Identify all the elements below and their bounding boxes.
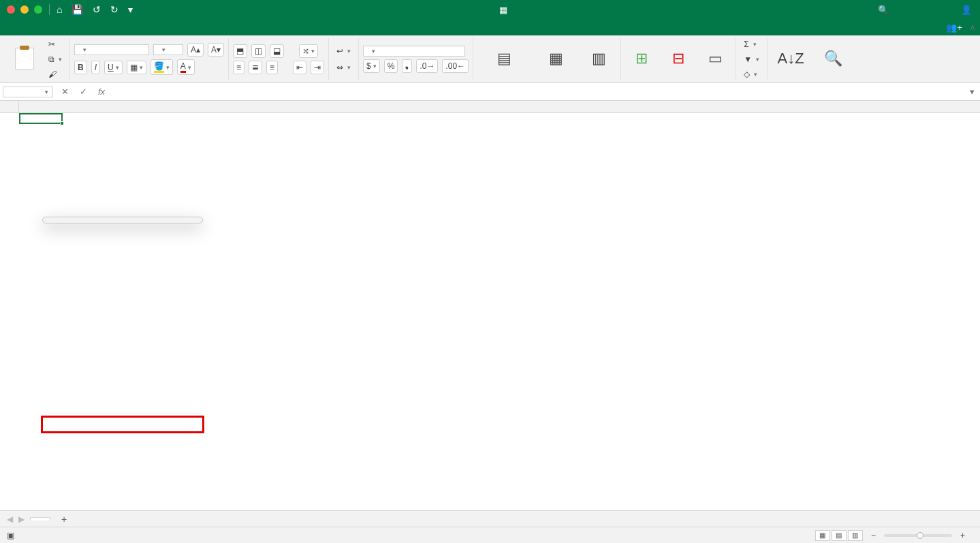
red-highlight-annotation	[41, 416, 204, 433]
insert-icon: ⊞	[635, 50, 648, 67]
align-top-button[interactable]: ⬒	[233, 44, 247, 58]
font-color-button[interactable]: A▾	[177, 59, 195, 75]
zoom-out-button[interactable]: −	[871, 531, 876, 540]
number-group: ▾ $▾ % ❟ .0→ .00←	[359, 38, 473, 80]
wrap-merge-group: ↩▾ ⇔▾	[329, 38, 359, 80]
sheet-tab[interactable]	[30, 517, 50, 521]
decrease-font-button[interactable]: A▾	[208, 43, 224, 57]
paste-icon	[15, 48, 34, 69]
page-break-view-button[interactable]: ▥	[848, 530, 863, 541]
decrease-indent-button[interactable]: ⇤	[293, 61, 306, 74]
comma-button[interactable]: ❟	[402, 59, 412, 73]
close-window-icon[interactable]	[7, 5, 15, 14]
fill-handle[interactable]	[60, 121, 64, 125]
share-button[interactable]: 👥+ ᐱ	[941, 22, 980, 35]
align-left-button[interactable]: ≡	[233, 61, 244, 74]
home-icon[interactable]: ⌂	[57, 4, 62, 15]
styles-group: ▤ ▦ ▥	[473, 38, 621, 80]
cell-styles-button[interactable]: ▥	[581, 48, 616, 70]
titlebar: ⌂ 💾 ↺ ↻ ▾ ▦ 🔍 👤	[0, 0, 980, 19]
namebox-dropdown-icon[interactable]: ▾	[45, 89, 48, 95]
underline-button[interactable]: U▾	[104, 61, 123, 74]
zoom-in-button[interactable]: +	[960, 531, 965, 540]
zoom-thumb[interactable]	[917, 532, 923, 539]
fx-icon[interactable]: fx	[93, 87, 110, 97]
delete-icon: ⊟	[672, 50, 684, 67]
conditional-formatting-button[interactable]: ▤	[477, 48, 531, 70]
undo-icon[interactable]: ↺	[93, 4, 101, 15]
cancel-formula-icon[interactable]: ✕	[56, 87, 74, 97]
editing-group: Σ▾ ▼▾ ◇▾	[736, 38, 768, 80]
orientation-button[interactable]: ⤭▾	[299, 44, 318, 58]
currency-button[interactable]: $▾	[363, 59, 380, 73]
copy-button[interactable]: ⧉▾	[45, 52, 65, 66]
column-headers	[0, 101, 980, 113]
accept-formula-icon[interactable]: ✓	[74, 87, 93, 97]
worksheet-grid[interactable]	[0, 101, 980, 510]
maximize-window-icon[interactable]	[34, 5, 42, 14]
borders-button[interactable]: ▦▾	[127, 61, 146, 74]
sheet-nav-prev-icon[interactable]: ◀	[7, 514, 13, 524]
zoom-slider[interactable]	[884, 534, 952, 537]
page-layout-view-button[interactable]: ▤	[832, 530, 847, 541]
clear-button[interactable]: ◇▾	[740, 67, 763, 81]
macro-record-icon[interactable]: ▣	[7, 531, 14, 540]
merge-center-button[interactable]: ⇔▾	[333, 61, 354, 74]
normal-view-button[interactable]: ▦	[815, 530, 830, 541]
save-icon[interactable]: 💾	[72, 4, 83, 15]
number-format-select[interactable]: ▾	[363, 46, 465, 57]
fill-color-button[interactable]: 🪣▾	[151, 59, 173, 75]
qat: ⌂ 💾 ↺ ↻ ▾	[57, 4, 133, 15]
delete-cells-button[interactable]: ⊟	[662, 48, 695, 70]
italic-button[interactable]: I	[91, 61, 100, 74]
find-select-button[interactable]: 🔍	[814, 48, 852, 70]
cut-button[interactable]: ✂	[45, 37, 65, 51]
bold-button[interactable]: B	[74, 61, 87, 74]
formula-input[interactable]	[110, 85, 964, 98]
alignment-group: ⬒ ◫ ⬓ ⤭▾ ≡ ≣ ≡ ⇤ ⇥	[229, 38, 329, 80]
increase-decimal-button[interactable]: .0→	[416, 59, 438, 73]
merge-icon: ⇔	[336, 63, 343, 72]
paste-button[interactable]	[8, 46, 41, 72]
format-as-table-button[interactable]: ▦	[535, 48, 577, 70]
sheet-nav-next-icon[interactable]: ▶	[18, 514, 25, 524]
search-sheet[interactable]: 🔍	[878, 5, 954, 15]
align-bottom-button[interactable]: ⬓	[270, 44, 284, 58]
font-name-select[interactable]: ▾	[74, 44, 149, 55]
sort-filter-button[interactable]: A↓Z	[772, 48, 810, 70]
selected-cell[interactable]	[19, 113, 63, 124]
minimize-window-icon[interactable]	[20, 5, 29, 14]
wrap-text-button[interactable]: ↩▾	[333, 44, 354, 58]
autosum-button[interactable]: Σ▾	[740, 37, 763, 51]
add-sheet-button[interactable]: +	[56, 514, 72, 525]
select-all-corner[interactable]	[0, 101, 19, 112]
align-middle-button[interactable]: ◫	[251, 44, 266, 58]
name-box[interactable]: ▾	[3, 87, 53, 97]
redo-icon[interactable]: ↻	[110, 4, 118, 15]
qat-customize-icon[interactable]: ▾	[128, 4, 133, 15]
find-icon: 🔍	[824, 50, 842, 67]
ribbon: ✂ ⧉▾ 🖌 ▾ ▾ A▴ A▾ B I U▾ ▦▾ 🪣▾ A▾ ⬒ ◫ ⬓	[0, 35, 980, 83]
paintbrush-icon: 🖌	[48, 69, 57, 79]
collapse-ribbon-icon[interactable]: ᐱ	[970, 25, 975, 31]
window-controls	[0, 5, 49, 14]
percent-button[interactable]: %	[384, 59, 398, 73]
context-menu	[42, 217, 203, 223]
share-icon: 👥+	[946, 22, 962, 33]
fill-down-icon: ▼	[744, 55, 752, 64]
copy-icon: ⧉	[48, 55, 54, 64]
increase-indent-button[interactable]: ⇥	[311, 61, 324, 74]
font-size-select[interactable]: ▾	[153, 44, 183, 55]
search-input[interactable]	[893, 5, 954, 14]
decrease-decimal-button[interactable]: .00←	[442, 59, 469, 73]
sort-icon: A↓Z	[777, 50, 804, 67]
fill-button[interactable]: ▼▾	[740, 52, 763, 66]
expand-formula-bar-icon[interactable]: ▾	[964, 87, 980, 97]
increase-font-button[interactable]: A▴	[187, 43, 204, 57]
align-right-button[interactable]: ≡	[266, 61, 278, 74]
user-account-icon[interactable]: 👤	[961, 5, 972, 15]
format-cells-button[interactable]: ▭	[699, 48, 731, 70]
format-painter-button[interactable]: 🖌	[45, 67, 65, 81]
align-center-button[interactable]: ≣	[249, 61, 262, 74]
insert-cells-button[interactable]: ⊞	[625, 48, 658, 70]
